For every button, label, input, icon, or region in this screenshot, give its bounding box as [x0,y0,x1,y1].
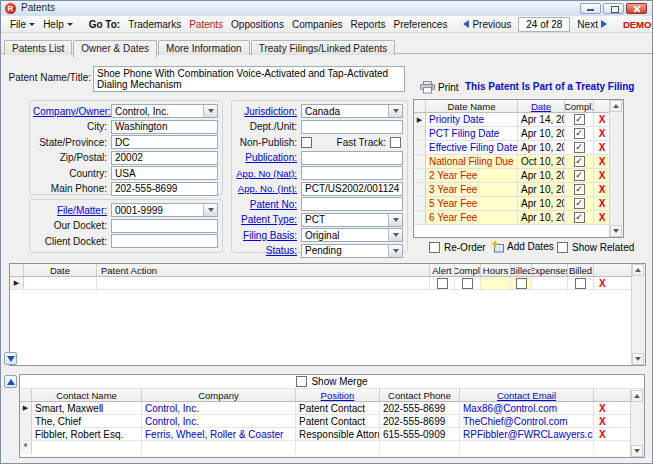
col-compl[interactable]: Compl. [455,264,481,276]
dropdown-button[interactable] [388,245,402,257]
menu-file[interactable]: File [10,19,35,30]
row-selector[interactable] [414,211,426,224]
show-related-checkbox[interactable] [557,242,568,253]
row-selector[interactable]: * [20,441,32,454]
row-selector[interactable]: ▶ [10,277,24,289]
row-selector[interactable] [414,155,426,168]
compl-checkbox[interactable]: ✓ [574,184,585,195]
col-alert[interactable]: Alert [430,264,455,276]
tab-patents-list[interactable]: Patents List [4,40,72,55]
col-company[interactable]: Company [142,389,296,401]
position-cell[interactable] [296,441,380,454]
billed-checkbox[interactable] [516,278,527,289]
menu-preferences[interactable]: Preferences [394,19,448,30]
delete-icon[interactable]: X [599,156,606,167]
move-down-button[interactable] [4,352,17,365]
row-selector[interactable] [414,183,426,196]
scroll-down-button[interactable] [610,225,622,237]
row-selector[interactable]: ▶ [414,113,426,126]
delete-icon[interactable]: X [599,278,606,289]
app-no-nat-link[interactable]: App. No (Nat): [235,168,301,179]
dates-scrollbar[interactable] [609,100,623,237]
record-counter-input[interactable] [518,17,570,32]
state-input[interactable] [111,135,218,149]
company-cell[interactable] [142,441,296,454]
menu-oppositions[interactable]: Oppositions [231,19,284,30]
col-contact-email-link[interactable]: Contact Email [460,389,594,401]
patent-no-link[interactable]: Patent No: [235,199,301,210]
tab-owner-dates[interactable]: Owner & Dates [73,40,157,58]
date-row[interactable]: ▶ Priority Date Apr 14, 2009 ✓ X [414,113,610,127]
dropdown-button[interactable] [203,204,217,216]
hours-cell[interactable] [481,277,511,289]
contact-row[interactable]: Fibbler, Robert Esq. Ferris, Wheel, Roll… [20,428,631,441]
contact-row[interactable]: ▶ Smart, Maxwell Control, Inc. Patent Co… [20,402,631,415]
menu-reports[interactable]: Reports [351,19,386,30]
menu-patents[interactable]: Patents [189,19,223,30]
delete-icon[interactable]: X [599,198,606,209]
filing-basis-combo[interactable]: Original [301,228,403,242]
file-matter-combo[interactable]: 0001-9999 [111,203,218,217]
file-matter-link[interactable]: File/Matter: [33,205,111,216]
publication-input[interactable] [301,151,403,165]
tab-more-information[interactable]: More Information [158,40,250,55]
patent-no-input[interactable] [301,197,403,211]
company-link[interactable]: Control, Inc. [142,402,296,414]
delete-icon[interactable]: X [599,170,606,181]
status-combo[interactable]: Pending [301,244,403,258]
row-selector[interactable] [414,197,426,210]
row-selector[interactable] [20,415,32,427]
move-up-button[interactable] [4,375,17,388]
contact-row[interactable]: The, Chief Control, Inc. Patent Contact … [20,415,631,428]
client-docket-input[interactable] [111,234,218,248]
menu-companies[interactable]: Companies [292,19,343,30]
add-dates-button[interactable]: Add Dates [491,240,554,253]
action-date-cell[interactable] [24,277,97,289]
delete-icon[interactable]: X [599,416,606,427]
alert-checkbox[interactable] [437,278,448,289]
email-cell[interactable] [460,441,594,454]
dropdown-button[interactable] [203,105,217,117]
our-docket-input[interactable] [111,219,218,233]
zip-input[interactable] [111,151,218,165]
company-owner-combo[interactable]: Control, Inc. [111,104,218,118]
date-row[interactable]: 2 Year Fee Apr 10, 2012 ✓ X [414,169,610,183]
previous-button[interactable]: Previous [463,19,511,30]
col-patent-action[interactable]: Patent Action [97,264,430,276]
row-selector[interactable] [414,169,426,182]
print-button[interactable]: Print [420,81,459,94]
email-link[interactable]: RPFibbler@FWRCLawyers.com [460,428,594,440]
compl-checkbox[interactable]: ✓ [574,128,585,139]
col-expenses[interactable]: Expenses [532,264,568,276]
app-no-nat-input[interactable] [301,166,403,180]
compl-checkbox[interactable]: ✓ [574,142,585,153]
row-selector[interactable]: ▶ [20,402,32,414]
date-row[interactable]: PCT Filing Date Apr 10, 2010 ✓ X [414,127,610,141]
contact-new-row[interactable]: * [20,441,631,454]
row-selector[interactable] [414,127,426,140]
app-no-int-input[interactable] [301,182,403,196]
jurisdiction-combo[interactable]: Canada [301,104,403,118]
company-link[interactable]: Control, Inc. [142,415,296,427]
restore-button[interactable] [603,3,624,14]
compl-checkbox[interactable]: ✓ [574,212,585,223]
close-button[interactable] [626,3,647,14]
delete-icon[interactable]: X [599,128,606,139]
country-input[interactable] [111,166,218,180]
fast-track-checkbox[interactable] [390,137,401,148]
city-input[interactable] [111,120,218,134]
scroll-up-button[interactable] [610,100,622,112]
compl-checkbox[interactable]: ✓ [574,156,585,167]
col-date-name[interactable]: Date Name [426,100,518,112]
col-contact-name[interactable]: Contact Name [32,389,142,401]
reorder-checkbox[interactable] [429,242,440,253]
menu-help[interactable]: Help [43,19,73,30]
col-date[interactable]: Date [24,264,97,276]
actions-scrollbar[interactable] [631,264,645,365]
show-merge-checkbox[interactable] [296,376,307,387]
compl-checkbox[interactable]: ✓ [574,170,585,181]
delete-icon[interactable]: X [599,429,606,440]
dept-unit-input[interactable] [301,120,403,134]
row-selector[interactable] [414,141,426,154]
col-compl[interactable]: Compl. [565,100,594,112]
